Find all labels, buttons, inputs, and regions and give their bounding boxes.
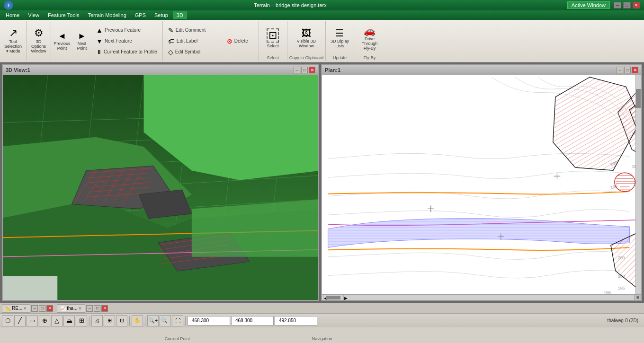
edit-symbol-button[interactable]: ◇ Edit Symbol [165, 47, 222, 57]
menu-setup[interactable]: Setup [151, 11, 172, 19]
status-hand-btn[interactable]: ✋ [132, 315, 143, 326]
scroll-right-arrow[interactable]: ► [343, 295, 344, 300]
toolbar-group-flyby: 🚗 DriveThroughFly-By Fly-By [354, 21, 385, 61]
maximize-button[interactable]: □ [623, 2, 631, 9]
tool-selection-icon: ↗ [9, 28, 18, 38]
view-3d-minimize[interactable]: ─ [294, 67, 300, 73]
next-feature-label: Next Feature [105, 38, 132, 44]
prev-feature-icon: ▲ [96, 27, 103, 34]
3d-options-label: 3DOptionsWindow [31, 39, 46, 53]
current-feature-profile-button[interactable]: ⏸ Current Feature to Profile [93, 47, 161, 57]
svg-text:195: 195 [618, 286, 625, 290]
visible-3d-window-button[interactable]: 🖼 Visible 3DWindow [295, 24, 318, 53]
plan-scrollbar-vertical[interactable] [635, 75, 641, 300]
menu-gps[interactable]: GPS [131, 11, 150, 19]
3d-options-button[interactable]: ⚙ 3DOptionsWindow [29, 26, 49, 55]
status-zoomfit-btn[interactable]: ⛶ [172, 315, 183, 326]
tha-tab-min[interactable]: ─ [86, 305, 93, 312]
window-controls: ─ □ ✕ [614, 2, 640, 9]
re-tab-x[interactable]: ✕ [46, 305, 53, 312]
re-tab-icon: 📐 [5, 306, 11, 311]
scroll-thumb-h[interactable] [326, 296, 340, 299]
status-rect-btn[interactable]: ▭ [27, 315, 38, 326]
status-sep-1 [89, 316, 89, 325]
status-line-btn[interactable]: ╱ [14, 315, 26, 326]
menu-feature-tools[interactable]: Feature Tools [44, 11, 83, 19]
close-button[interactable]: ✕ [633, 2, 640, 9]
toolbar-3d-buttons: ⚙ 3DOptionsWindow [29, 22, 49, 59]
view-plan-maximize[interactable]: □ [624, 67, 631, 73]
bottom-tab-re[interactable]: 📐 RE... ✕ [2, 304, 30, 313]
re-tab-close[interactable]: ✕ [23, 306, 27, 311]
bottom-tab-tha[interactable]: 📈 tha... ✕ [57, 304, 85, 313]
drive-through-icon: 🚗 [364, 26, 376, 35]
toolbar-group-current-point: ✎ Edit Comment 🏷 Edit Label ◇ Edit Symbo… [163, 21, 259, 61]
re-tab-min[interactable]: ─ [31, 305, 38, 312]
tha-tab-close[interactable]: ✕ [78, 306, 82, 311]
toolbar-update-buttons: ☰ 3D DiplayLists [328, 22, 351, 54]
status-export2-btn[interactable]: 🖨 [91, 315, 103, 326]
minimize-button[interactable]: ─ [614, 2, 621, 9]
menu-terrain-modeling[interactable]: Terrain Modeling [84, 11, 130, 19]
status-target-btn[interactable]: ⊕ [39, 315, 50, 326]
delete-button[interactable]: ⊗ Delete [224, 36, 257, 46]
edit-comment-button[interactable]: ✎ Edit Comment [165, 25, 222, 35]
drive-through-label: DriveThroughFly-By [362, 36, 378, 51]
status-zoomout-btn[interactable]: 🔍- [160, 315, 171, 326]
status-lock-btn[interactable]: ⊡ [116, 315, 127, 326]
status-zoomin-btn[interactable]: 🔍+ [147, 315, 159, 326]
toolbar-group-navigation: ◄ PreviousPoint ► NextPoint ▲ Previous F… [51, 21, 163, 61]
next-feature-button[interactable]: ▼ Next Feature [93, 36, 161, 46]
edit-symbol-icon: ◇ [168, 49, 173, 55]
status-coord-2: 468.300 [231, 316, 274, 325]
view-3d-close[interactable]: ✕ [309, 67, 315, 73]
current-feature-profile-label: Current Feature to Profile [104, 49, 157, 54]
prev-point-button[interactable]: ◄ PreviousPoint [53, 26, 71, 56]
menu-home[interactable]: Home [2, 11, 23, 19]
tha-tab-max[interactable]: □ [94, 305, 100, 312]
edit-symbol-label: Edit Symbol [175, 49, 200, 54]
status-bar: ⬡ ╱ ▭ ⊕ △ ⛰ ⊞ 🖨 ⊞ ⊡ ✋ 🔍+ 🔍- ⛶ 468.300 46… [0, 313, 644, 327]
view-plan-content[interactable]: ◄ ► ⊞ [322, 75, 641, 300]
prev-feature-label: Previous Feature [105, 27, 141, 33]
svg-text:195: 195 [632, 164, 635, 169]
main-content: 3D View:1 ─ □ ✕ [0, 62, 644, 303]
plan-scrollbar-horizontal[interactable]: ◄ ► ⊞ [322, 294, 641, 300]
current-feature-profile-icon: ⏸ [96, 49, 102, 55]
status-split-btn[interactable]: ⊞ [104, 315, 115, 326]
view-3d-content[interactable] [3, 75, 318, 300]
re-tab-max[interactable]: □ [39, 305, 45, 312]
menu-view[interactable]: View [24, 11, 43, 19]
tool-selection-button[interactable]: ↗ ToolSelection▾ Mode [2, 26, 24, 55]
status-sep-3 [145, 316, 145, 325]
tha-tab-icon: 📈 [60, 306, 66, 311]
drive-through-button[interactable]: 🚗 DriveThroughFly-By [359, 24, 380, 53]
next-point-icon: ► [78, 32, 86, 40]
toolbar-group-tool-selection: ↗ ToolSelection▾ Mode [0, 21, 27, 61]
status-export-btn[interactable]: ⊞ [76, 315, 87, 326]
app-logo: T [4, 0, 13, 10]
terrain-3d-visualization [3, 75, 318, 300]
active-window-badge: Active Window [567, 1, 610, 9]
view-plan-minimize[interactable]: ─ [617, 67, 623, 73]
edit-label-button[interactable]: 🏷 Edit Label [165, 36, 222, 46]
toolbar-group-3d-options: ⚙ 3DOptionsWindow [27, 21, 51, 61]
tha-tab-x[interactable]: ✕ [101, 305, 108, 312]
view-3d: 3D View:1 ─ □ ✕ [2, 64, 319, 301]
view-3d-maximize[interactable]: □ [301, 67, 308, 73]
scroll-thumb-v[interactable] [636, 89, 641, 108]
status-terrain-btn[interactable]: ⛰ [63, 315, 75, 326]
toolbar-group-update: ☰ 3D DiplayLists Update [326, 21, 354, 61]
plan-svg: 195 195 200 200 195 195 195 195 [322, 75, 635, 294]
status-coord-3: 492.850 [275, 316, 317, 325]
scroll-left-arrow[interactable]: ◄ [323, 295, 323, 300]
prev-feature-button[interactable]: ▲ Previous Feature [93, 25, 161, 35]
menu-3d[interactable]: 3D [173, 11, 187, 19]
edit-label-icon: 🏷 [168, 38, 175, 44]
next-point-button[interactable]: ► NextPoint [73, 26, 91, 56]
status-polygon-btn[interactable]: ⬡ [2, 315, 13, 326]
3d-display-lists-button[interactable]: ☰ 3D DiplayLists [328, 24, 351, 53]
view-plan-close[interactable]: ✕ [632, 67, 638, 73]
status-vertex-btn[interactable]: △ [51, 315, 63, 326]
select-button[interactable]: ⊡ Select [264, 24, 281, 53]
